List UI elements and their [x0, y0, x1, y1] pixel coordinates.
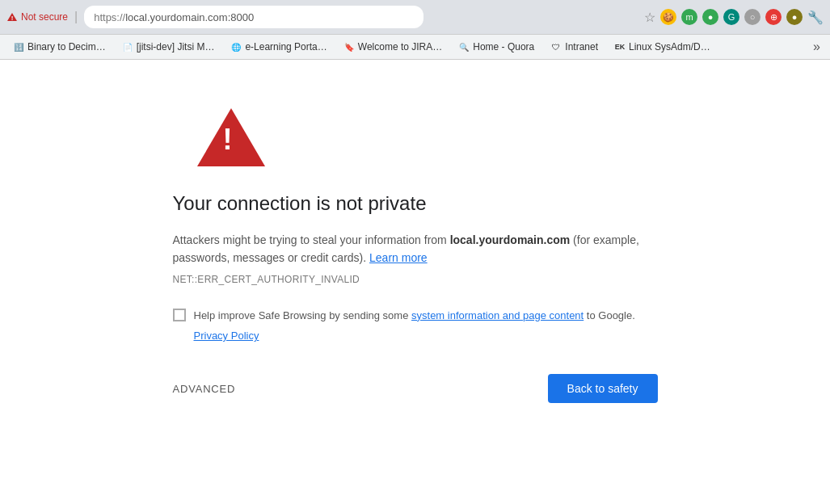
bookmark-label-5: Home - Quora: [473, 41, 534, 52]
address-bar[interactable]: https://local.yourdomain.com:8000: [84, 6, 423, 28]
extension-icon-2[interactable]: ●: [702, 9, 718, 25]
bookmark-item[interactable]: 🌐 e-Learning Porta…: [224, 38, 333, 56]
safe-browsing-checkbox[interactable]: [173, 309, 186, 321]
bottom-row: ADVANCED Back to safety: [173, 374, 658, 403]
bookmarks-bar: 🔢 Binary to Decim… 📄 [jitsi-dev] Jitsi M…: [0, 34, 830, 60]
extension-icon-4[interactable]: ○: [744, 9, 760, 25]
bookmark-favicon-3: 🌐: [230, 41, 242, 52]
bookmark-favicon-4: 🔖: [343, 41, 355, 52]
error-heading: Your connection is not private: [173, 192, 658, 215]
browser-icons: ☆ 🍪 m ● G ○ ⊕ ● 🔧: [644, 9, 824, 25]
page-content: Your connection is not private Attackers…: [0, 60, 830, 504]
extension-icon-3[interactable]: G: [723, 9, 739, 25]
bookmark-label-7: Linux SysAdm/D…: [629, 41, 710, 52]
bookmark-item[interactable]: 🔍 Home - Quora: [452, 38, 541, 56]
address-bar-row: ! Not secure | https://local.yourdomain.…: [0, 0, 830, 34]
learn-more-link[interactable]: Learn more: [369, 251, 428, 264]
bookmark-item[interactable]: 🔢 Binary to Decim…: [6, 38, 112, 56]
profile-icon[interactable]: m: [681, 9, 697, 25]
bookmark-item[interactable]: 🛡 Intranet: [544, 38, 605, 56]
error-code: NET::ERR_CERT_AUTHORITY_INVALID: [173, 274, 658, 285]
warning-triangle-icon: [197, 108, 265, 166]
url-host: local.yourdomain.com:8000: [125, 11, 254, 23]
extension-icon-7[interactable]: 🔧: [807, 9, 824, 25]
bookmark-label-4: Welcome to JIRA…: [358, 41, 442, 52]
url-scheme: https://: [94, 11, 125, 23]
error-description-before: Attackers might be trying to steal your …: [173, 233, 450, 246]
bookmark-favicon-6: 🛡: [550, 41, 562, 52]
not-secure-badge: ! Not secure: [6, 11, 68, 23]
safe-browsing-row: Help improve Safe Browsing by sending so…: [173, 308, 658, 324]
bookmark-label-6: Intranet: [565, 41, 598, 52]
bookmark-item[interactable]: EK Linux SysAdm/D…: [608, 38, 717, 56]
bookmark-favicon-7: EK: [614, 41, 626, 52]
extension-icon-6[interactable]: ●: [786, 9, 803, 25]
error-description: Attackers might be trying to steal your …: [173, 231, 658, 267]
browser-chrome: ! Not secure | https://local.yourdomain.…: [0, 0, 830, 60]
bookmark-favicon-1: 🔢: [13, 41, 24, 52]
bookmark-label-3: e-Learning Porta…: [245, 41, 327, 52]
extension-icon-1[interactable]: 🍪: [660, 9, 676, 25]
not-secure-label: Not secure: [21, 11, 68, 23]
warning-triangle-small-icon: !: [6, 12, 18, 22]
safe-browsing-text-before: Help improve Safe Browsing by sending so…: [194, 309, 412, 321]
bookmark-item[interactable]: 🔖 Welcome to JIRA…: [337, 38, 449, 56]
advanced-button[interactable]: ADVANCED: [173, 383, 236, 395]
address-divider: |: [74, 10, 78, 24]
safe-browsing-text-after: to Google.: [584, 309, 635, 321]
bookmark-star-icon[interactable]: ☆: [644, 10, 655, 25]
back-to-safety-button[interactable]: Back to safety: [548, 374, 658, 403]
safe-browsing-link[interactable]: system information and page content: [411, 309, 584, 321]
error-domain: local.yourdomain.com: [450, 233, 571, 246]
bookmark-label-1: Binary to Decim…: [27, 41, 106, 52]
bookmarks-more-button[interactable]: »: [810, 40, 824, 54]
extension-icon-5[interactable]: ⊕: [765, 9, 782, 25]
error-container: Your connection is not private Attackers…: [173, 108, 658, 403]
safe-browsing-text: Help improve Safe Browsing by sending so…: [194, 308, 635, 324]
bookmark-favicon-2: 📄: [122, 41, 133, 52]
svg-text:!: !: [11, 15, 14, 22]
privacy-policy-link[interactable]: Privacy Policy: [194, 330, 658, 342]
bookmark-item[interactable]: 📄 [jitsi-dev] Jitsi M…: [116, 38, 221, 56]
bookmark-favicon-5: 🔍: [458, 41, 470, 52]
warning-icon-container: [173, 108, 658, 166]
bookmark-label-2: [jitsi-dev] Jitsi M…: [137, 41, 215, 52]
